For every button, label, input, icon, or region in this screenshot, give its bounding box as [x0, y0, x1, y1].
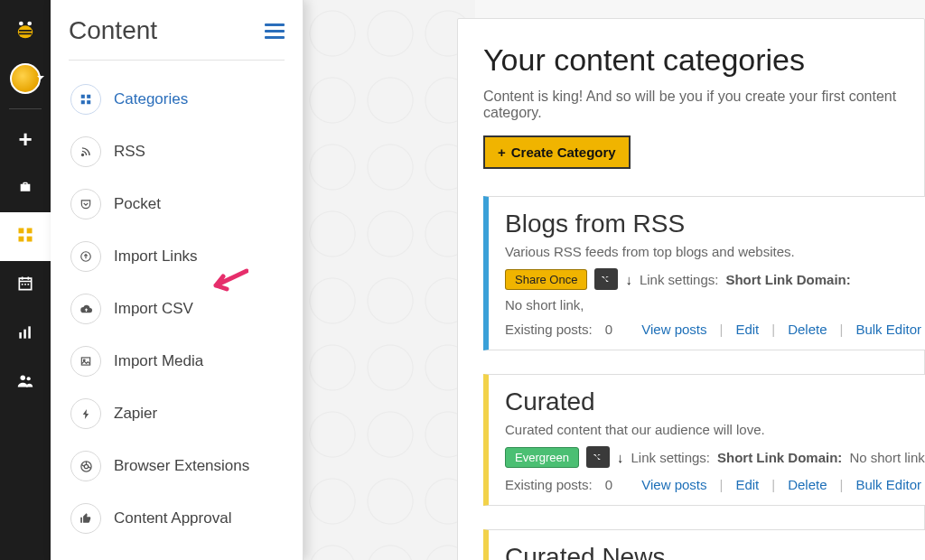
- svg-rect-21: [81, 358, 89, 365]
- category-title: Curated News: [505, 543, 925, 560]
- svg-rect-15: [81, 95, 85, 98]
- svg-point-1: [19, 22, 23, 26]
- sidebar-item-zapier[interactable]: Zapier: [61, 387, 292, 440]
- sidebar-item-import-media[interactable]: Import Media: [61, 335, 292, 387]
- svg-point-14: [27, 377, 31, 380]
- shuffle-icon[interactable]: [594, 268, 618, 290]
- svg-rect-11: [23, 329, 26, 338]
- short-link-value: No short link,: [505, 297, 584, 313]
- share-mode-badge[interactable]: Share Once: [505, 269, 587, 290]
- main-area: Your content categories Content is king!…: [304, 0, 925, 560]
- upload-icon: [70, 241, 101, 272]
- sidebar-item-label: Import Links: [114, 247, 198, 266]
- plus-icon: +: [18, 126, 32, 154]
- rail-briefcase[interactable]: [0, 163, 51, 212]
- pocket-icon: [70, 189, 101, 219]
- category-desc: Various RSS feeds from top blogs and web…: [505, 244, 925, 259]
- create-category-button[interactable]: + Create Category: [483, 135, 631, 169]
- delete-link[interactable]: Delete: [788, 477, 827, 492]
- sidebar-item-label: Pocket: [114, 195, 161, 213]
- svg-rect-8: [24, 284, 26, 285]
- rail-calendar[interactable]: [0, 261, 51, 310]
- honeycomb-bg: [304, 0, 475, 560]
- category-title: Blogs from RSS: [505, 210, 925, 238]
- annotation-arrow: [203, 266, 248, 295]
- bar-chart-icon: [16, 323, 34, 346]
- create-category-label: Create Category: [511, 145, 616, 160]
- rail-users[interactable]: [0, 359, 51, 407]
- rail-logo[interactable]: [0, 5, 51, 54]
- sidebar-item-import-links[interactable]: Import Links: [61, 230, 292, 283]
- plus-icon: +: [498, 145, 506, 160]
- sidebar-item-label: Import CSV: [114, 300, 193, 318]
- existing-posts-count: 0: [605, 477, 612, 492]
- sidebar-item-label: Zapier: [114, 405, 157, 423]
- page-lead: Content is king! And so will be you if y…: [483, 89, 924, 121]
- chrome-icon: [70, 451, 101, 481]
- rail-account[interactable]: [0, 54, 51, 103]
- svg-point-24: [84, 464, 88, 468]
- edit-link[interactable]: Edit: [735, 477, 759, 492]
- arrow-down-icon: ↓: [617, 450, 624, 465]
- avatar-icon: [10, 63, 41, 94]
- sidebar-item-browser-ext[interactable]: Browser Extensions: [61, 440, 292, 492]
- category-actions-row: Existing posts: 0 View posts | Edit | De…: [505, 322, 925, 337]
- cloud-upload-icon: [70, 294, 101, 324]
- sidebar-title: Content: [69, 16, 157, 45]
- image-icon: [70, 346, 101, 377]
- category-card: Blogs from RSS Various RSS feeds from to…: [483, 196, 925, 350]
- sidebar-item-label: RSS: [114, 143, 145, 161]
- briefcase-icon: [18, 178, 33, 199]
- sidebar-item-label: Categories: [114, 90, 188, 108]
- rss-icon: [70, 136, 101, 167]
- svg-rect-9: [28, 284, 30, 285]
- view-posts-link[interactable]: View posts: [641, 322, 706, 337]
- page-panel: Your content categories Content is king!…: [457, 18, 925, 560]
- grid-icon: [16, 226, 34, 248]
- svg-rect-7: [22, 284, 23, 285]
- svg-rect-16: [87, 95, 90, 98]
- rail-add[interactable]: +: [0, 115, 51, 163]
- svg-rect-10: [19, 332, 22, 339]
- delete-link[interactable]: Delete: [788, 322, 827, 337]
- existing-posts-label: Existing posts:: [505, 477, 593, 492]
- sidebar-menu-toggle[interactable]: [265, 23, 285, 39]
- shuffle-icon[interactable]: [586, 446, 610, 468]
- rail-stats[interactable]: [0, 310, 51, 359]
- content-sidebar: Content Categories RSS Pocket: [51, 0, 304, 560]
- sidebar-item-categories[interactable]: Categories: [61, 73, 292, 126]
- existing-posts-label: Existing posts:: [505, 322, 593, 337]
- category-card: Curated News: [483, 529, 925, 560]
- svg-point-0: [18, 25, 33, 38]
- short-link-value: No short link,: [849, 450, 925, 465]
- share-mode-badge[interactable]: Evergreen: [505, 447, 579, 468]
- bulk-editor-link[interactable]: Bulk Editor: [855, 322, 921, 337]
- link-settings-label: Link settings:: [631, 450, 710, 465]
- svg-point-2: [27, 22, 32, 26]
- svg-rect-5: [19, 236, 24, 241]
- arrow-down-icon: ↓: [625, 272, 632, 287]
- sidebar-item-content-approval[interactable]: Content Approval: [61, 492, 292, 545]
- sidebar-item-pocket[interactable]: Pocket: [61, 178, 292, 230]
- svg-point-19: [82, 154, 84, 156]
- bulk-editor-link[interactable]: Bulk Editor: [855, 477, 921, 492]
- category-settings-row: Evergreen ↓ Link settings: Short Link Do…: [505, 446, 925, 468]
- svg-point-13: [21, 375, 26, 380]
- page-title: Your content categories: [483, 42, 924, 78]
- sidebar-item-rss[interactable]: RSS: [61, 126, 292, 178]
- users-icon: [15, 371, 35, 396]
- app-rail: +: [0, 0, 51, 560]
- calendar-icon: [16, 275, 34, 297]
- thumb-up-icon: [70, 503, 101, 534]
- sidebar-item-import-csv[interactable]: Import CSV: [61, 283, 292, 335]
- grid-icon: [70, 84, 101, 115]
- edit-link[interactable]: Edit: [735, 322, 759, 337]
- svg-rect-12: [28, 326, 31, 338]
- rail-content[interactable]: [0, 212, 51, 261]
- sidebar-item-label: Import Media: [114, 352, 203, 370]
- category-desc: Curated content that our audience will l…: [505, 422, 925, 437]
- short-link-domain-label: Short Link Domain:: [725, 272, 850, 287]
- sidebar-divider: [69, 60, 285, 61]
- view-posts-link[interactable]: View posts: [641, 477, 706, 492]
- existing-posts-count: 0: [605, 322, 612, 337]
